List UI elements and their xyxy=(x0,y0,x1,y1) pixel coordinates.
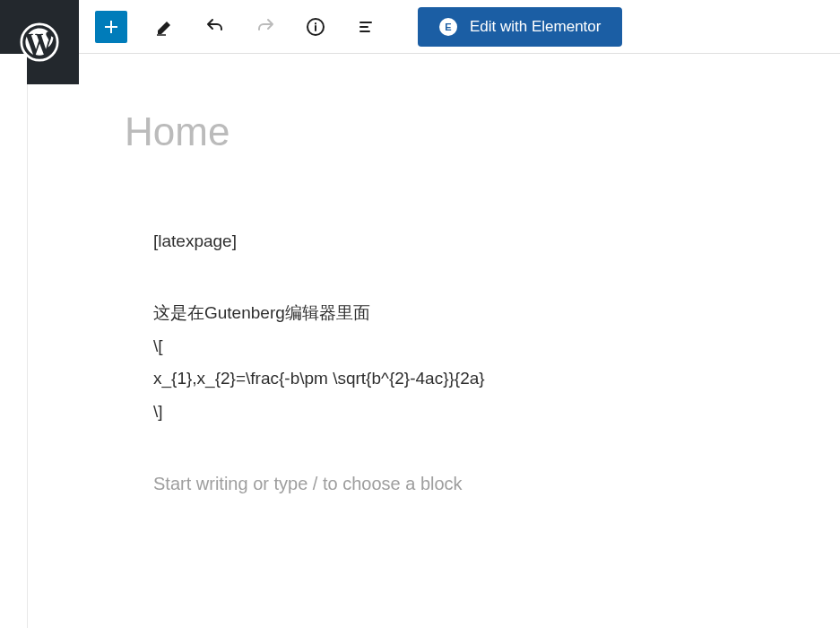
content-line[interactable]: 这是在Gutenberg编辑器里面 xyxy=(153,300,786,327)
list-icon xyxy=(355,16,377,38)
content-line[interactable]: \[ xyxy=(153,333,786,360)
top-toolbar: E Edit with Elementor xyxy=(0,0,840,54)
page-title-input[interactable]: Home xyxy=(125,109,786,154)
plus-icon xyxy=(100,16,122,38)
content-line[interactable]: x_{1},x_{2}=\frac{-b\pm \sqrt{b^{2}-4ac}… xyxy=(153,365,786,392)
outline-button[interactable] xyxy=(344,5,387,48)
undo-button[interactable] xyxy=(194,5,237,48)
redo-button[interactable] xyxy=(244,5,287,48)
toolbar-buttons: E Edit with Elementor xyxy=(79,0,840,53)
content-line[interactable]: [latexpage] xyxy=(153,228,786,255)
pencil-icon xyxy=(154,16,176,38)
content-line[interactable]: \] xyxy=(153,398,786,425)
elementor-label: Edit with Elementor xyxy=(470,18,601,36)
editor-area[interactable]: Home [latexpage] 这是在Gutenberg编辑器里面 \[ x_… xyxy=(27,84,840,628)
content-wrapper: Home [latexpage] 这是在Gutenberg编辑器里面 \[ x_… xyxy=(0,54,840,628)
new-block-placeholder[interactable]: Start writing or type / to choose a bloc… xyxy=(153,474,786,494)
blank-line xyxy=(153,260,786,300)
edit-button[interactable] xyxy=(143,5,186,48)
redo-icon xyxy=(255,16,276,38)
add-block-button[interactable] xyxy=(95,11,127,43)
elementor-icon: E xyxy=(439,18,457,36)
undo-icon xyxy=(204,16,226,38)
content-block[interactable]: [latexpage] 这是在Gutenberg编辑器里面 \[ x_{1},x… xyxy=(153,228,786,425)
left-gutter xyxy=(0,54,27,628)
info-button[interactable] xyxy=(294,5,337,48)
elementor-button[interactable]: E Edit with Elementor xyxy=(418,7,622,47)
info-icon xyxy=(305,16,326,38)
